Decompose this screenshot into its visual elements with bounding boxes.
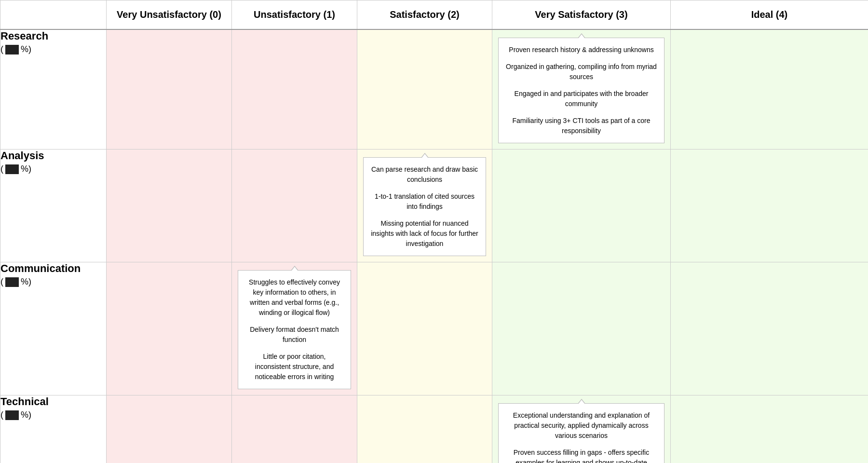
tooltip-research-vs: Proven research history & addressing unk…: [498, 38, 665, 143]
category-name-research: Research: [0, 30, 106, 42]
tooltip-technical-vs: Exceptional understanding and explanatio…: [498, 403, 665, 463]
row-research: Research (%) Proven research history & a…: [0, 29, 868, 150]
tooltip-item: Familiarity using 3+ CTI tools as part o…: [505, 114, 657, 138]
pct-box-research: [5, 45, 19, 54]
tooltip-item: Engaged in and participates with the bro…: [505, 87, 657, 111]
tooltip-item: Exceptional understanding and explanatio…: [505, 409, 657, 443]
header-category: [0, 0, 107, 30]
cell-technical-u: [232, 395, 357, 463]
cell-technical-i: [671, 395, 868, 463]
tooltip-item: Delivery format doesn't match function: [245, 323, 344, 347]
cell-communication-s: [357, 262, 492, 395]
tooltip-item: Little or poor citation, inconsistent st…: [245, 350, 344, 384]
category-technical: Technical (%): [0, 395, 107, 463]
category-pct-analysis: (%): [0, 164, 106, 174]
rubric-table: Very Unsatisfactory (0) Unsatisfactory (…: [0, 0, 868, 463]
cell-research-vs: Proven research history & addressing unk…: [492, 29, 671, 150]
cell-technical-vs: Exceptional understanding and explanatio…: [492, 395, 671, 463]
tooltip-item: Can parse research and draw basic conclu…: [370, 163, 479, 187]
tooltip-item: Proven success filling in gaps - offers …: [505, 446, 657, 463]
category-analysis: Analysis (%): [0, 150, 107, 262]
category-communication: Communication (%): [0, 262, 107, 395]
header-i: Ideal (4): [671, 0, 868, 30]
header-u: Unsatisfactory (1): [232, 0, 357, 30]
cell-research-s: [357, 29, 492, 150]
cell-research-u: [232, 29, 357, 150]
tooltip-item: Proven research history & addressing unk…: [505, 43, 657, 57]
header-vu: Very Unsatisfactory (0): [107, 0, 232, 30]
tooltip-item: Missing potential for nuanced insights w…: [370, 217, 479, 251]
tooltip-item: 1-to-1 translation of cited sources into…: [370, 190, 479, 214]
tooltip-item: Organized in gathering, compiling info f…: [505, 60, 657, 84]
cell-analysis-u: [232, 150, 357, 262]
cell-analysis-s: Can parse research and draw basic conclu…: [357, 150, 492, 262]
category-pct-communication: (%): [0, 277, 106, 287]
category-research: Research (%): [0, 29, 107, 150]
category-pct-technical: (%): [0, 410, 106, 420]
category-pct-research: (%): [0, 44, 106, 54]
cell-research-vu: [107, 29, 232, 150]
row-communication: Communication (%) Struggles to effective…: [0, 262, 868, 395]
cell-communication-vs: [492, 262, 671, 395]
cell-technical-s: [357, 395, 492, 463]
cell-communication-vu: [107, 262, 232, 395]
cell-research-i: [671, 29, 868, 150]
tooltip-item: Struggles to effectively convey key info…: [245, 275, 344, 320]
category-name-technical: Technical: [0, 395, 106, 408]
pct-box-analysis: [5, 164, 19, 174]
tooltip-communication-u: Struggles to effectively convey key info…: [238, 270, 351, 389]
category-name-communication: Communication: [0, 262, 106, 275]
cell-communication-i: [671, 262, 868, 395]
header-vs: Very Satisfactory (3): [492, 0, 671, 30]
row-analysis: Analysis (%) Can parse research and draw…: [0, 150, 868, 262]
cell-technical-vu: [107, 395, 232, 463]
cell-communication-u: Struggles to effectively convey key info…: [232, 262, 357, 395]
pct-box-communication: [5, 277, 19, 287]
pct-box-technical: [5, 410, 19, 420]
cell-analysis-vu: [107, 150, 232, 262]
cell-analysis-i: [671, 150, 868, 262]
category-name-analysis: Analysis: [0, 150, 106, 162]
header-s: Satisfactory (2): [357, 0, 492, 30]
tooltip-analysis-s: Can parse research and draw basic conclu…: [363, 157, 486, 256]
row-technical: Technical (%) Exceptional understanding …: [0, 395, 868, 463]
cell-analysis-vs: [492, 150, 671, 262]
